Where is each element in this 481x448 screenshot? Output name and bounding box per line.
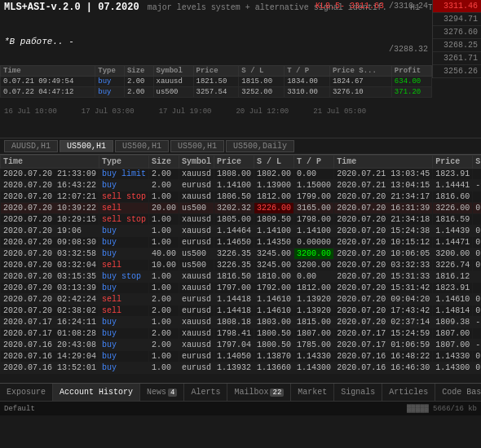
table-row: 2020.07.16 13:52:01buy1.00eurusd1.139321… [1, 362, 482, 374]
mini-table-row: 0.07.22 04:47:12buy2.00us5003257.543252.… [1, 87, 432, 98]
price-levels: 3311.46 3294.71 3276.60 3268.25 3261.71 … [432, 0, 481, 78]
main-table-body: 2020.07.20 21:33:09buy limit2.00xauusd18… [1, 169, 482, 374]
table-row: 2020.07.20 03:15:35buy stop1.00xauusd181… [1, 271, 482, 283]
tab-alerts[interactable]: Alerts [184, 384, 227, 401]
table-row: 2020.07.20 03:32:58buy40.00us5003226.353… [1, 248, 482, 260]
sym-tab-2[interactable]: US500,H1 [115, 140, 169, 152]
table-row: 2020.07.20 03:13:39buy1.00xauusd1797.001… [1, 283, 482, 294]
table-row: 2020.07.20 19:06buy1.00xauusd1.144641.14… [1, 226, 482, 237]
table-row: 2020.07.20 12:07:21sell stop1.00xauusd18… [1, 191, 482, 203]
mini-table-row: 0.07.21 09:49:54buy2.00xauusd1821.501815… [1, 77, 432, 87]
chart-area: MLS+ASI-v.2.0 | 07.2020 major levels sys… [0, 0, 481, 138]
symbol-tabs: AUUSD,H1 US500,H1 US500,H1 US500,H1 US50… [0, 138, 481, 155]
table-row: 2020.07.20 03:32:04sell10.00us5003226.35… [1, 260, 482, 271]
table-row: 2020.07.20 21:33:09buy limit2.00xauusd18… [1, 169, 482, 180]
price-level-3: 3276.60 [433, 26, 481, 39]
mini-table-header: TimeTypeSizeSymbolPriceS / LT / PPrice S… [1, 66, 432, 77]
status-default: Default [4, 405, 35, 413]
status-right: ▓▓▓▓▓ 5666/16 kb [407, 405, 477, 413]
price-level-6: 3256.26 [433, 65, 481, 78]
main-table: Time Type Size Symbol Price S / L T / P … [0, 155, 481, 374]
tab-exposure[interactable]: Exposure [0, 384, 53, 401]
mini-table-body: 0.07.21 09:49:54buy2.00xauusd1821.501815… [1, 77, 432, 98]
sym-tab-0[interactable]: AUUSD,H1 [4, 140, 58, 152]
tab-signals[interactable]: Signals [334, 384, 382, 401]
table-row: 2020.07.20 16:43:22buy2.00eurusd1.141001… [1, 180, 482, 191]
tab-account-history[interactable]: Account History [53, 384, 140, 401]
sym-tab-1[interactable]: US500,H1 [60, 140, 113, 152]
price-level-5: 3261.71 [433, 52, 481, 65]
main-table-container[interactable]: Time Type Size Symbol Price S / L T / P … [0, 155, 481, 383]
table-row: 2020.07.16 20:43:08buy2.00xauusd1797.041… [1, 340, 482, 351]
kl-price: KL8.5- 3311.63 /3310.24 [316, 2, 428, 11]
mini-table: TimeTypeSizeSymbolPriceS / LT / PPrice S… [0, 65, 432, 98]
table-row: 2020.07.20 10:29:15sell stop1.00xauusd18… [1, 214, 482, 226]
table-row: 2020.07.20 10:39:22sell20.00us5003202.32… [1, 203, 482, 214]
tab-code-base[interactable]: Code Base [435, 384, 481, 401]
time-axis: 16 Jul 10:00 17 Jul 03:00 17 Jul 19:00 2… [0, 105, 432, 117]
status-bar: Default ▓▓▓▓▓ 5666/16 kb [0, 401, 481, 415]
price-level-1: 3311.46 [433, 0, 481, 13]
working-status: *В работе.. - [4, 37, 74, 46]
sym-tab-3[interactable]: US500,H1 [170, 140, 224, 152]
bars-icon: ▓▓▓▓▓ [407, 405, 429, 413]
tab-mailbox[interactable]: Mailbox22 [227, 384, 291, 401]
tab-news[interactable]: News4 [140, 384, 184, 401]
table-row: 2020.07.16 14:29:04buy1.00eurusd1.140501… [1, 351, 482, 362]
tab-articles[interactable]: Articles [382, 384, 435, 401]
table-row: 2020.07.20 09:08:30buy1.00eurusd1.146501… [1, 237, 482, 248]
main-table-header: Time Type Size Symbol Price S / L T / P … [1, 156, 482, 169]
price-3288: /3288.32 [389, 45, 428, 54]
bottom-tabs: Exposure Account History News4 Alerts Ma… [0, 383, 481, 401]
table-row: 2020.07.20 02:38:02sell2.00eurusd1.14418… [1, 305, 482, 317]
tab-market[interactable]: Market [291, 384, 334, 401]
sym-tab-4[interactable]: US500,Daily [226, 140, 294, 152]
table-row: 2020.07.17 01:08:28buy2.00xauusd1798.411… [1, 328, 482, 340]
table-row: 2020.07.17 16:24:11buy1.00xauusd1808.181… [1, 317, 482, 328]
table-row: 2020.07.20 02:42:24sell2.00eurusd1.14418… [1, 294, 482, 305]
app-title: MLS+ASI-v.2.0 | 07.2020 [4, 2, 139, 13]
price-level-2: 3294.71 [433, 13, 481, 26]
status-size: 5666/16 kb [433, 405, 477, 413]
price-level-4: 3268.25 [433, 39, 481, 52]
